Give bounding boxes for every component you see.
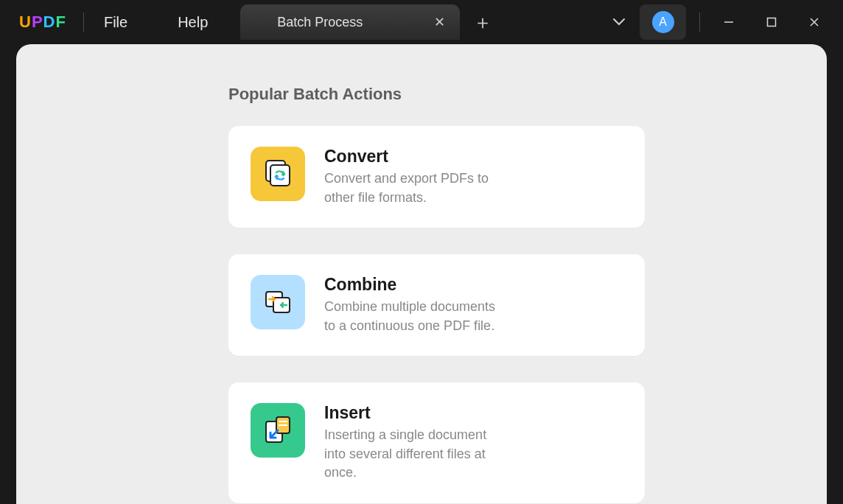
menu-file[interactable]: File bbox=[101, 10, 130, 35]
minimize-button[interactable] bbox=[707, 7, 750, 37]
svg-rect-3 bbox=[270, 165, 290, 186]
close-icon[interactable]: ✕ bbox=[434, 14, 445, 30]
batch-actions-list: Convert Convert and export PDFs to other… bbox=[228, 126, 827, 503]
section-title: Popular Batch Actions bbox=[228, 85, 827, 104]
svg-rect-1 bbox=[768, 18, 776, 27]
chevron-down-icon[interactable] bbox=[604, 15, 634, 29]
tab-batch-process[interactable]: Batch Process ✕ bbox=[240, 4, 460, 40]
card-convert[interactable]: Convert Convert and export PDFs to other… bbox=[228, 126, 645, 228]
new-tab-button[interactable]: ＋ bbox=[469, 10, 497, 35]
content-area: Popular Batch Actions Convert Convert an… bbox=[16, 44, 827, 504]
card-desc: Convert and export PDFs to other file fo… bbox=[324, 169, 508, 207]
card-title: Convert bbox=[324, 147, 508, 167]
tab-label: Batch Process bbox=[277, 15, 363, 30]
insert-icon bbox=[251, 403, 305, 458]
separator bbox=[699, 13, 700, 32]
separator bbox=[83, 13, 84, 32]
maximize-button[interactable] bbox=[750, 7, 793, 37]
combine-icon bbox=[251, 275, 305, 329]
card-insert[interactable]: Insert Inserting a single document into … bbox=[228, 382, 645, 503]
account-button[interactable]: A bbox=[640, 4, 686, 40]
app-logo: UPDF bbox=[19, 13, 66, 32]
avatar: A bbox=[652, 11, 674, 33]
titlebar: UPDF File Help Batch Process ✕ ＋ A bbox=[0, 0, 843, 44]
card-title: Insert bbox=[324, 403, 508, 423]
card-title: Combine bbox=[324, 275, 508, 295]
menu-help[interactable]: Help bbox=[175, 10, 211, 35]
card-desc: Combine multiple documents to a continuo… bbox=[324, 298, 508, 335]
close-button[interactable] bbox=[793, 7, 836, 37]
card-desc: Inserting a single document into several… bbox=[324, 426, 508, 483]
convert-icon bbox=[251, 147, 305, 201]
card-combine[interactable]: Combine Combine multiple documents to a … bbox=[228, 254, 645, 356]
